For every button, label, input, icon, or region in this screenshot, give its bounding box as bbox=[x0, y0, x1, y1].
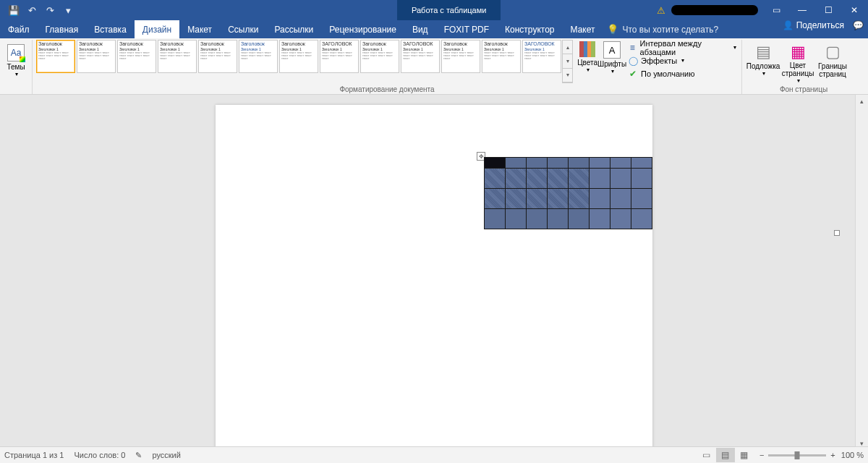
tab-foxit[interactable]: FOXIT PDF bbox=[436, 20, 497, 38]
style-set-item[interactable]: ЗаголовокЗаголовок 1текст текст текст те… bbox=[36, 40, 75, 73]
page[interactable]: ✥ bbox=[216, 105, 652, 449]
close-button[interactable]: ✕ bbox=[843, 2, 865, 18]
title-bar: 💾 ↶ ↷ ▾ Документ1 - Word Работа с таблиц… bbox=[0, 0, 868, 20]
page-color-icon: ▦ bbox=[788, 42, 808, 61]
language-indicator[interactable]: русский bbox=[152, 451, 180, 459]
gallery-scroll[interactable]: ▴▾▾ bbox=[562, 40, 573, 83]
save-button[interactable]: 💾 bbox=[6, 2, 22, 18]
tab-insert[interactable]: Вставка bbox=[86, 20, 135, 38]
tab-view[interactable]: Вид bbox=[404, 20, 436, 38]
signin-area[interactable] bbox=[671, 5, 758, 15]
style-set-item[interactable]: ЗаголовокЗаголовок 1текст текст текст те… bbox=[198, 40, 237, 73]
share-button[interactable]: 👤Поделиться bbox=[783, 20, 844, 30]
page-borders-icon: ▢ bbox=[822, 42, 843, 62]
page-indicator[interactable]: Страница 1 из 1 bbox=[4, 451, 64, 459]
style-set-item[interactable]: ЗаголовокЗаголовок 1текст текст текст те… bbox=[441, 40, 480, 73]
zoom-slider[interactable] bbox=[768, 454, 826, 456]
tab-mailings[interactable]: Рассылки bbox=[266, 20, 321, 38]
view-buttons: ▭ ▤ ▦ bbox=[697, 448, 754, 462]
style-set-item[interactable]: ЗАГОЛОВОКЗаголовок 1текст текст текст те… bbox=[320, 40, 359, 73]
colors-button[interactable]: Цвета▾ bbox=[577, 40, 597, 83]
tell-me-search[interactable]: 💡Что вы хотите сделать? bbox=[607, 20, 718, 38]
style-set-item[interactable]: ЗаголовокЗаголовок 1текст текст текст те… bbox=[117, 40, 156, 73]
table-tools-context-title: Работа с таблицами bbox=[397, 0, 501, 20]
vertical-scrollbar[interactable]: ▴ ▾ bbox=[855, 95, 868, 449]
watermark-button[interactable]: ▤Подложка▾ bbox=[746, 40, 780, 84]
tab-table-constructor[interactable]: Конструктор bbox=[497, 20, 562, 38]
read-mode-button[interactable]: ▭ bbox=[697, 448, 716, 462]
fonts-button[interactable]: AШрифты▾ bbox=[597, 40, 626, 83]
effects-icon: ◯ bbox=[628, 56, 638, 66]
watermark-icon: ▤ bbox=[753, 42, 773, 62]
group-label: Форматирование документа bbox=[33, 85, 741, 93]
effects-button[interactable]: ◯Эффекты▾ bbox=[628, 54, 736, 67]
style-set-item[interactable]: ЗаголовокЗаголовок 1текст текст текст те… bbox=[158, 40, 197, 73]
style-set-item[interactable]: ЗАГОЛОВОКЗаголовок 1текст текст текст те… bbox=[522, 40, 561, 73]
quick-access-toolbar: 💾 ↶ ↷ ▾ bbox=[0, 2, 76, 18]
zoom-in-button[interactable]: + bbox=[830, 451, 835, 459]
tab-review[interactable]: Рецензирование bbox=[321, 20, 404, 38]
paragraph-spacing-button[interactable]: ≡Интервал между абзацами▾ bbox=[628, 41, 736, 54]
spacing-icon: ≡ bbox=[628, 43, 637, 53]
zoom-level[interactable]: 100 % bbox=[841, 451, 864, 459]
undo-button[interactable]: ↶ bbox=[24, 2, 40, 18]
document-table[interactable] bbox=[484, 157, 652, 229]
minimize-button[interactable]: — bbox=[791, 2, 813, 18]
group-themes: Aa Темы ▾ bbox=[3, 40, 33, 94]
themes-button[interactable]: Aa Темы ▾ bbox=[7, 40, 25, 82]
word-count[interactable]: Число слов: 0 bbox=[74, 451, 125, 459]
tab-file[interactable]: Файл bbox=[0, 20, 38, 38]
tab-references[interactable]: Ссылки bbox=[220, 20, 266, 38]
style-set-item[interactable]: ЗаголовокЗаголовок 1текст текст текст те… bbox=[482, 40, 521, 73]
share-icon: 👤 bbox=[783, 20, 793, 30]
ribbon: Aa Темы ▾ ЗаголовокЗаголовок 1текст текс… bbox=[0, 38, 868, 95]
group-label: Фон страницы bbox=[742, 85, 865, 93]
style-gallery[interactable]: ЗаголовокЗаголовок 1текст текст текст те… bbox=[36, 40, 561, 82]
bulb-icon: 💡 bbox=[607, 24, 618, 35]
page-color-button[interactable]: ▦Цвет страницы▾ bbox=[780, 40, 815, 84]
checkmark-icon: ✔ bbox=[628, 69, 638, 79]
print-layout-button[interactable]: ▤ bbox=[716, 448, 735, 462]
formatting-options: ≡Интервал между абзацами▾ ◯Эффекты▾ ✔По … bbox=[626, 40, 738, 83]
group-page-background: ▤Подложка▾ ▦Цвет страницы▾ ▢Границы стра… bbox=[742, 40, 865, 94]
tab-table-layout[interactable]: Макет bbox=[563, 20, 603, 38]
maximize-button[interactable]: ☐ bbox=[817, 2, 839, 18]
themes-icon: Aa bbox=[7, 44, 25, 61]
group-document-formatting: ЗаголовокЗаголовок 1текст текст текст те… bbox=[33, 40, 742, 94]
qat-customize[interactable]: ▾ bbox=[60, 2, 76, 18]
style-set-item[interactable]: ЗаголовокЗаголовок 1текст текст текст те… bbox=[239, 40, 278, 73]
style-set-item[interactable]: ЗаголовокЗаголовок 1текст текст текст те… bbox=[279, 40, 318, 73]
ribbon-options-button[interactable]: ▭ bbox=[765, 2, 787, 18]
style-set-item[interactable]: ЗаголовокЗаголовок 1текст текст текст те… bbox=[360, 40, 399, 73]
zoom-out-button[interactable]: − bbox=[760, 451, 764, 459]
ribbon-tabs: Файл Главная Вставка Дизайн Макет Ссылки… bbox=[0, 20, 868, 38]
warning-icon[interactable]: ⚠ bbox=[657, 5, 665, 16]
spell-check-icon[interactable]: ✎ bbox=[135, 451, 142, 460]
status-bar: Страница 1 из 1 Число слов: 0 ✎ русский … bbox=[0, 446, 868, 463]
table-resize-handle[interactable] bbox=[834, 230, 840, 236]
document-workspace[interactable]: ✥ ▴ ▾ bbox=[0, 95, 868, 449]
scroll-up-icon[interactable]: ▴ bbox=[856, 95, 868, 107]
page-borders-button[interactable]: ▢Границы страниц bbox=[815, 40, 850, 84]
comments-icon[interactable]: 💬 bbox=[853, 20, 864, 30]
tab-design[interactable]: Дизайн bbox=[135, 20, 179, 38]
colors-icon bbox=[579, 41, 595, 57]
style-set-item[interactable]: ЗаголовокЗаголовок 1текст текст текст те… bbox=[77, 40, 116, 73]
tab-layout[interactable]: Макет bbox=[179, 20, 220, 38]
style-set-item[interactable]: ЗАГОЛОВОКЗаголовок 1текст текст текст те… bbox=[401, 40, 440, 73]
fonts-icon: A bbox=[603, 41, 621, 59]
web-layout-button[interactable]: ▦ bbox=[735, 448, 754, 462]
tab-home[interactable]: Главная bbox=[38, 20, 87, 38]
set-default-button[interactable]: ✔По умолчанию bbox=[628, 67, 736, 80]
redo-button[interactable]: ↷ bbox=[42, 2, 58, 18]
